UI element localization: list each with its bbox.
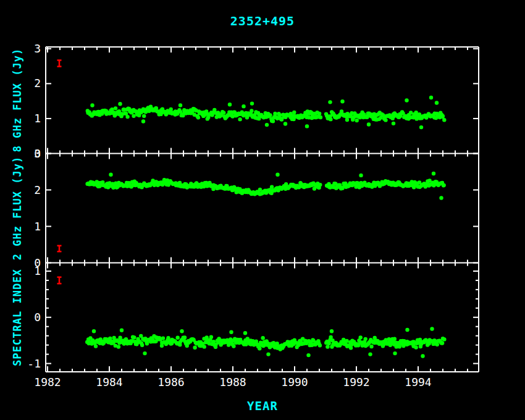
svg-text:1: 1: [34, 264, 41, 277]
svg-text:2: 2: [34, 77, 41, 90]
plot-figure: 2352+495 1982198419861988199019921994012…: [0, 0, 525, 420]
y-axis-tick-labels-8ghz-flux: 0123: [34, 42, 41, 160]
svg-text:1988: 1988: [219, 376, 246, 388]
svg-text:3: 3: [34, 147, 41, 160]
svg-text:1: 1: [34, 112, 41, 125]
y-axis-tick-labels-2ghz-flux: 0123: [34, 147, 41, 269]
x-axis-tick-labels: 1982198419861988199019921994: [34, 376, 431, 388]
y-axis-label-spectral-index: SPECTRAL INDEX: [11, 269, 23, 366]
data-series-8ghz-flux: [86, 96, 447, 129]
data-series-spectral-index: [85, 327, 447, 358]
svg-text:1994: 1994: [405, 376, 431, 388]
plot-frame: [46, 47, 479, 372]
svg-text:1: 1: [34, 220, 41, 233]
x-axis-ticks: [48, 47, 468, 372]
svg-text:2: 2: [34, 183, 41, 196]
svg-text:1984: 1984: [96, 376, 122, 388]
error-bar-spectral-index: [57, 277, 62, 284]
y-axis-ticks-8ghz-flux: [46, 49, 479, 154]
svg-text:3: 3: [34, 42, 41, 55]
data-series-2ghz-flux: [85, 172, 445, 200]
plot-canvas: 198219841986198819901992199401230123-101: [0, 0, 525, 420]
svg-text:1992: 1992: [343, 376, 369, 388]
y-axis-label-8ghz-flux: 8 GHz FLUX (Jy): [11, 48, 23, 153]
x-axis-label: YEAR: [0, 399, 525, 413]
y-axis-tick-labels-spectral-index: -101: [27, 264, 41, 370]
y-axis-ticks-2ghz-flux: [46, 154, 479, 263]
y-axis-label-2ghz-flux: 2 GHz FLUX (Jy): [11, 156, 23, 261]
svg-text:0: 0: [34, 311, 41, 324]
error-bar-2ghz-flux: [57, 246, 62, 251]
svg-text:1982: 1982: [34, 376, 61, 388]
error-bar-8ghz-flux: [57, 60, 62, 66]
y-axis-ticks-spectral-index: [46, 271, 479, 364]
svg-text:-1: -1: [27, 357, 41, 370]
svg-text:1990: 1990: [281, 376, 308, 388]
svg-text:1986: 1986: [158, 376, 184, 388]
